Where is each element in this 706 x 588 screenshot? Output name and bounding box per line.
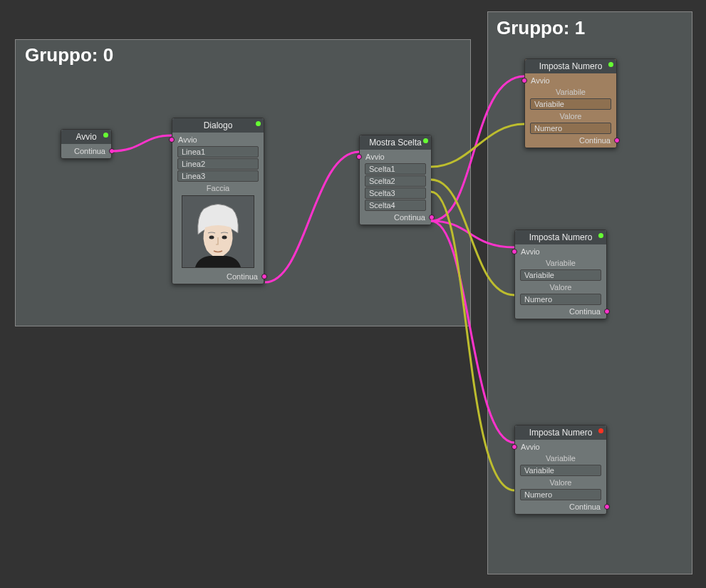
- node-title: Imposta Numero: [529, 428, 593, 438]
- node-imposta-numero-3[interactable]: Imposta Numero Avvio Variabile Variabile…: [514, 425, 607, 515]
- node-dialogo[interactable]: Dialogo Avvio Linea1 Linea2 Linea3 Facci…: [172, 118, 264, 284]
- field-variabile[interactable]: Variabile: [520, 465, 601, 476]
- port-avvio: Avvio: [360, 151, 431, 163]
- status-dot-icon: [598, 233, 603, 238]
- field-numero[interactable]: Numero: [520, 294, 601, 305]
- label-variabile: Variabile: [515, 453, 606, 464]
- port-continua: Continua: [360, 212, 431, 223]
- socket-out-icon[interactable]: [614, 138, 620, 143]
- label-variabile: Variabile: [525, 86, 616, 98]
- socket-in-icon[interactable]: [512, 444, 517, 450]
- port-label: Continua: [579, 136, 611, 145]
- port-continua: Continua: [61, 145, 111, 157]
- socket-in-icon[interactable]: [512, 249, 517, 254]
- node-header[interactable]: Dialogo: [172, 118, 264, 133]
- field-numero[interactable]: Numero: [530, 123, 611, 134]
- group-title-1: Gruppo: 1: [497, 17, 585, 39]
- field-scelta4[interactable]: Scelta4: [365, 200, 426, 211]
- socket-in-icon[interactable]: [521, 78, 527, 83]
- port-label: Avvio: [521, 247, 540, 256]
- node-header[interactable]: Imposta Numero: [515, 230, 606, 244]
- label-valore: Valore: [525, 110, 616, 122]
- field-scelta2[interactable]: Scelta2: [365, 175, 426, 187]
- socket-out-icon[interactable]: [429, 215, 435, 220]
- port-continua: Continua: [172, 271, 264, 282]
- port-label: Continua: [569, 502, 601, 511]
- node-header[interactable]: Imposta Numero: [515, 425, 606, 440]
- field-scelta3[interactable]: Scelta3: [365, 187, 426, 199]
- node-title: Avvio: [76, 132, 96, 142]
- status-dot-icon: [608, 62, 613, 67]
- port-avvio: Avvio: [515, 246, 606, 257]
- group-title-0: Gruppo: 0: [25, 44, 113, 66]
- node-title: Imposta Numero: [529, 232, 593, 242]
- port-continua: Continua: [515, 306, 606, 317]
- face-image[interactable]: [182, 195, 254, 268]
- socket-out-icon[interactable]: [604, 504, 610, 510]
- socket-out-icon[interactable]: [109, 148, 115, 154]
- status-dot-icon: [423, 138, 428, 143]
- status-dot-icon: [256, 121, 261, 126]
- port-label: Continua: [394, 213, 425, 222]
- status-dot-icon: [598, 428, 603, 433]
- port-label: Avvio: [521, 443, 540, 451]
- node-header[interactable]: Imposta Numero: [525, 59, 616, 73]
- node-header[interactable]: Mostra Scelta: [360, 135, 431, 150]
- port-avvio: Avvio: [172, 134, 264, 145]
- socket-in-icon[interactable]: [169, 137, 175, 143]
- field-linea1[interactable]: Linea1: [177, 146, 259, 158]
- label-variabile: Variabile: [515, 257, 606, 269]
- port-label: Continua: [227, 272, 258, 281]
- port-label: Avvio: [178, 135, 197, 144]
- field-linea2[interactable]: Linea2: [177, 158, 259, 170]
- label-valore: Valore: [515, 282, 606, 293]
- socket-out-icon[interactable]: [261, 274, 267, 279]
- port-continua: Continua: [515, 501, 606, 512]
- node-avvio[interactable]: Avvio Continua: [61, 129, 112, 159]
- field-linea3[interactable]: Linea3: [177, 170, 259, 182]
- label-valore: Valore: [515, 477, 606, 488]
- socket-out-icon[interactable]: [604, 309, 610, 314]
- port-label: Continua: [569, 307, 601, 316]
- field-scelta1[interactable]: Scelta1: [365, 163, 426, 175]
- field-numero[interactable]: Numero: [520, 489, 601, 500]
- node-imposta-numero-1[interactable]: Imposta Numero Avvio Variabile Variabile…: [524, 58, 617, 148]
- port-label: Avvio: [531, 76, 550, 85]
- port-avvio: Avvio: [515, 441, 606, 453]
- node-title: Mostra Scelta: [369, 138, 421, 148]
- port-label: Continua: [74, 147, 105, 155]
- svg-point-2: [222, 236, 227, 239]
- port-continua: Continua: [525, 135, 616, 146]
- field-variabile[interactable]: Variabile: [520, 269, 601, 281]
- svg-point-1: [209, 236, 214, 239]
- node-imposta-numero-2[interactable]: Imposta Numero Avvio Variabile Variabile…: [514, 229, 607, 319]
- socket-in-icon[interactable]: [356, 154, 362, 160]
- node-title: Dialogo: [204, 120, 233, 130]
- field-variabile[interactable]: Variabile: [530, 98, 611, 110]
- node-header[interactable]: Avvio: [61, 130, 111, 144]
- port-label: Avvio: [365, 153, 385, 161]
- node-mostra-scelta[interactable]: Mostra Scelta Avvio Scelta1 Scelta2 Scel…: [359, 135, 432, 225]
- status-dot-icon: [103, 133, 108, 138]
- node-title: Imposta Numero: [539, 61, 603, 71]
- label-faccia: Faccia: [172, 182, 264, 194]
- port-avvio: Avvio: [525, 75, 616, 86]
